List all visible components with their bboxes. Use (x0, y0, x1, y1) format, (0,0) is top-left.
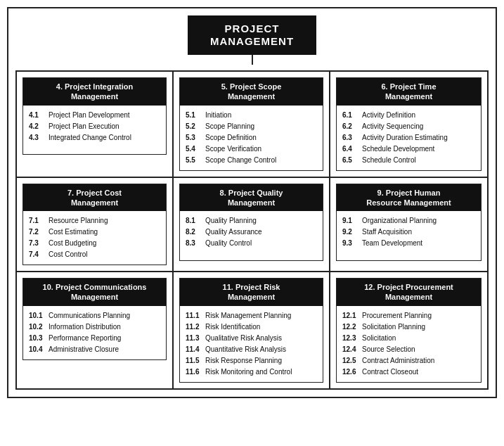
list-item: 6.4Schedule Development (342, 144, 475, 155)
list-item: 4.3Integrated Change Control (29, 132, 160, 144)
list-item: 7.2Cost Estimating (29, 227, 160, 238)
list-item: 6.3Activity Duration Estimating (342, 132, 475, 144)
cell-9: 9. Project Human Resource Management 9.1… (330, 178, 487, 273)
list-item: 6.2Activity Sequencing (342, 121, 475, 132)
card-9-header: 9. Project Human Resource Management (337, 184, 481, 212)
card-5-body: 5.1Initiation 5.2Scope Planning 5.3Scope… (180, 106, 323, 170)
list-item: 10.4Administrative Closure (29, 344, 160, 355)
list-item: 11.3Qualitative Risk Analysis (186, 333, 317, 344)
list-item: 8.1Quality Planning (186, 215, 317, 227)
card-5: 5. Project Scope Management 5.1Initiatio… (179, 77, 323, 171)
card-10-header: 10. Project Communications Management (23, 279, 166, 306)
cell-7: 7. Project Cost Management 7.1Resource P… (17, 178, 174, 273)
list-item: 5.4Scope Verification (186, 144, 317, 155)
cell-11: 11. Project Risk Management 11.1Risk Man… (174, 272, 330, 390)
card-9: 9. Project Human Resource Management 9.1… (336, 184, 482, 261)
card-6-header: 6. Project Time Management (337, 78, 481, 106)
list-item: 9.1Organizational Planning (342, 215, 475, 227)
card-10-body: 10.1Communications Planning 10.2Informat… (23, 306, 166, 359)
list-item: 5.1Initiation (186, 110, 317, 121)
list-item: 10.2Information Distribution (29, 321, 160, 333)
card-4: 4. Project Integration Management 4.1Pro… (22, 77, 167, 155)
list-item: 11.4Quantitative Risk Analysis (186, 344, 317, 355)
list-item: 12.6Contract Closeout (342, 367, 475, 378)
root-box: PROJECT MANAGEMENT (188, 15, 316, 55)
list-item: 5.5Scope Change Control (186, 155, 317, 166)
card-12-header: 12. Project Procurement Management (337, 279, 481, 306)
card-7-body: 7.1Resource Planning 7.2Cost Estimating … (23, 211, 166, 265)
cell-10: 10. Project Communications Management 10… (17, 272, 174, 390)
list-item: 4.2Project Plan Execution (29, 121, 160, 132)
cell-4: 4. Project Integration Management 4.1Pro… (17, 72, 174, 178)
list-item: 6.1Activity Definition (342, 110, 475, 121)
list-item: 7.4Cost Control (29, 249, 160, 260)
list-item: 8.2Quality Assurance (186, 227, 317, 238)
card-12: 12. Project Procurement Management 12.1P… (336, 278, 482, 383)
card-4-body: 4.1Project Plan Development 4.2Project P… (23, 106, 166, 148)
list-item: 12.5Contract Administration (342, 355, 475, 367)
list-item: 11.1Risk Management Planning (186, 310, 317, 321)
list-item: 10.1Communications Planning (29, 310, 160, 321)
list-item: 12.2Solicitation Planning (342, 321, 475, 333)
card-6-body: 6.1Activity Definition 6.2Activity Seque… (337, 106, 481, 170)
card-8: 8. Project Quality Management 8.1Quality… (179, 184, 323, 261)
list-item: 7.3Cost Budgeting (29, 238, 160, 249)
card-9-body: 9.1Organizational Planning 9.2Staff Acqu… (337, 211, 481, 253)
card-5-header: 5. Project Scope Management (180, 78, 323, 106)
list-item: 12.4Source Selection (342, 344, 475, 355)
list-item: 4.1Project Plan Development (29, 110, 160, 121)
card-8-header: 8. Project Quality Management (180, 184, 323, 212)
connector-line (252, 55, 253, 65)
list-item: 12.1Procurement Planning (342, 310, 475, 321)
card-11: 11. Project Risk Management 11.1Risk Man… (179, 278, 323, 383)
card-11-body: 11.1Risk Management Planning 11.2Risk Id… (180, 306, 323, 382)
cell-8: 8. Project Quality Management 8.1Quality… (174, 178, 330, 273)
cell-5: 5. Project Scope Management 5.1Initiatio… (174, 72, 330, 178)
card-7-header: 7. Project Cost Management (23, 184, 166, 212)
root-title-line2: MANAGEMENT (210, 35, 294, 48)
cards-grid: 4. Project Integration Management 4.1Pro… (15, 70, 489, 390)
top-section: PROJECT MANAGEMENT (15, 15, 489, 65)
card-8-body: 8.1Quality Planning 8.2Quality Assurance… (180, 211, 323, 253)
list-item: 11.6Risk Monitoring and Control (186, 367, 317, 378)
list-item: 11.5Risk Response Planning (186, 355, 317, 367)
card-12-body: 12.1Procurement Planning 12.2Solicitatio… (337, 306, 481, 382)
card-7: 7. Project Cost Management 7.1Resource P… (22, 184, 167, 266)
list-item: 10.3Performance Reporting (29, 333, 160, 344)
cell-6: 6. Project Time Management 6.1Activity D… (330, 72, 487, 178)
list-item: 5.2Scope Planning (186, 121, 317, 132)
list-item: 6.5Schedule Control (342, 155, 475, 166)
list-item: 9.3Team Development (342, 238, 475, 249)
card-4-header: 4. Project Integration Management (23, 78, 166, 106)
card-11-header: 11. Project Risk Management (180, 279, 323, 306)
list-item: 5.3Scope Definition (186, 132, 317, 144)
list-item: 7.1Resource Planning (29, 215, 160, 227)
list-item: 12.3Solicitation (342, 333, 475, 344)
list-item: 8.3Quality Control (186, 238, 317, 249)
page-container: PROJECT MANAGEMENT 4. Project Integratio… (7, 7, 497, 398)
card-10: 10. Project Communications Management 10… (22, 278, 167, 360)
cell-12: 12. Project Procurement Management 12.1P… (330, 272, 487, 390)
list-item: 11.2Risk Identification (186, 321, 317, 333)
list-item: 9.2Staff Acquisition (342, 227, 475, 238)
card-6: 6. Project Time Management 6.1Activity D… (336, 77, 482, 171)
root-title-line1: PROJECT (210, 23, 294, 35)
